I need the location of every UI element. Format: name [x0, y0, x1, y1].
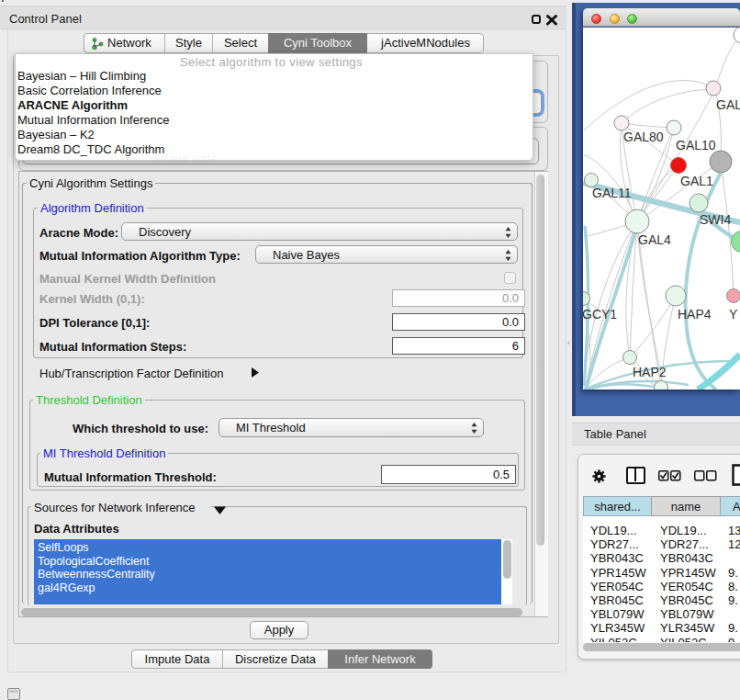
svg-text:HAP4: HAP4: [678, 307, 712, 322]
svg-text:SWI4: SWI4: [700, 212, 731, 227]
svg-text:GAL10: GAL10: [676, 138, 716, 152]
svg-text:GAL4: GAL4: [638, 232, 671, 247]
svg-text:GAL80: GAL80: [623, 130, 664, 144]
svg-text:GAL1: GAL1: [680, 174, 713, 188]
svg-text:GAL2: GAL2: [716, 97, 740, 112]
svg-text:HAP2: HAP2: [633, 365, 667, 379]
svg-text:GAL11: GAL11: [592, 186, 632, 200]
svg-text:GCY1: GCY1: [583, 307, 617, 322]
svg-text:Y: Y: [729, 307, 738, 322]
